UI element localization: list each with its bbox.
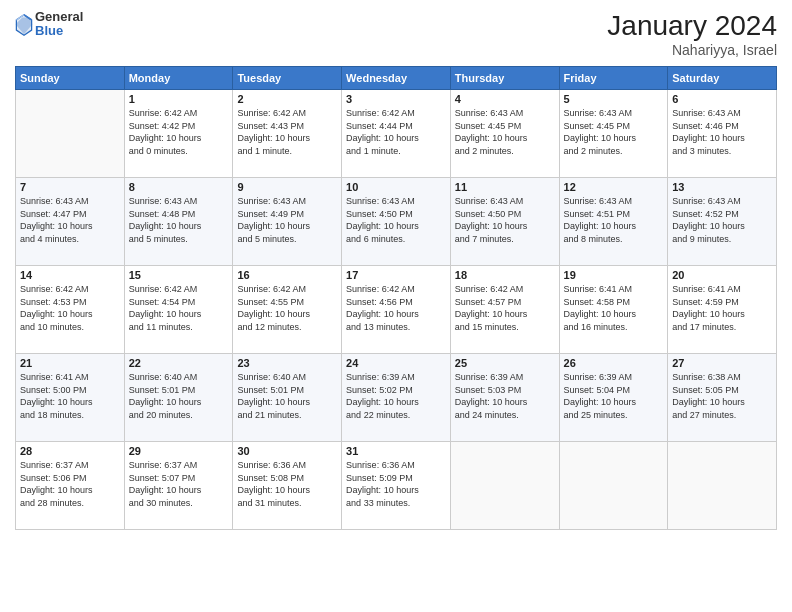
weekday-header-friday: Friday [559, 67, 668, 90]
calendar-table: SundayMondayTuesdayWednesdayThursdayFrid… [15, 66, 777, 530]
day-number: 25 [455, 357, 555, 369]
day-info: Sunrise: 6:41 AMSunset: 4:59 PMDaylight:… [672, 283, 772, 333]
day-number: 24 [346, 357, 446, 369]
month-year-title: January 2024 [607, 10, 777, 42]
day-number: 13 [672, 181, 772, 193]
calendar-cell [668, 442, 777, 530]
day-number: 22 [129, 357, 229, 369]
day-number: 12 [564, 181, 664, 193]
weekday-header-sunday: Sunday [16, 67, 125, 90]
generalblue-logo-icon [15, 14, 33, 36]
day-number: 10 [346, 181, 446, 193]
weekday-header-saturday: Saturday [668, 67, 777, 90]
day-number: 7 [20, 181, 120, 193]
day-number: 29 [129, 445, 229, 457]
day-number: 2 [237, 93, 337, 105]
calendar-cell: 9Sunrise: 6:43 AMSunset: 4:49 PMDaylight… [233, 178, 342, 266]
calendar-cell: 27Sunrise: 6:38 AMSunset: 5:05 PMDayligh… [668, 354, 777, 442]
calendar-cell: 11Sunrise: 6:43 AMSunset: 4:50 PMDayligh… [450, 178, 559, 266]
logo-text: General Blue [35, 10, 83, 39]
day-info: Sunrise: 6:42 AMSunset: 4:54 PMDaylight:… [129, 283, 229, 333]
weekday-header-thursday: Thursday [450, 67, 559, 90]
calendar-cell: 19Sunrise: 6:41 AMSunset: 4:58 PMDayligh… [559, 266, 668, 354]
calendar-cell [559, 442, 668, 530]
day-info: Sunrise: 6:43 AMSunset: 4:48 PMDaylight:… [129, 195, 229, 245]
calendar-cell: 3Sunrise: 6:42 AMSunset: 4:44 PMDaylight… [342, 90, 451, 178]
day-number: 16 [237, 269, 337, 281]
calendar-week-row: 14Sunrise: 6:42 AMSunset: 4:53 PMDayligh… [16, 266, 777, 354]
day-info: Sunrise: 6:38 AMSunset: 5:05 PMDaylight:… [672, 371, 772, 421]
calendar-cell: 24Sunrise: 6:39 AMSunset: 5:02 PMDayligh… [342, 354, 451, 442]
calendar-cell [16, 90, 125, 178]
day-info: Sunrise: 6:36 AMSunset: 5:08 PMDaylight:… [237, 459, 337, 509]
calendar-cell: 10Sunrise: 6:43 AMSunset: 4:50 PMDayligh… [342, 178, 451, 266]
day-info: Sunrise: 6:42 AMSunset: 4:56 PMDaylight:… [346, 283, 446, 333]
calendar-cell: 16Sunrise: 6:42 AMSunset: 4:55 PMDayligh… [233, 266, 342, 354]
day-number: 4 [455, 93, 555, 105]
weekday-header-monday: Monday [124, 67, 233, 90]
location-subtitle: Nahariyya, Israel [607, 42, 777, 58]
day-number: 6 [672, 93, 772, 105]
calendar-cell: 26Sunrise: 6:39 AMSunset: 5:04 PMDayligh… [559, 354, 668, 442]
day-number: 19 [564, 269, 664, 281]
page: General Blue January 2024 Nahariyya, Isr… [0, 0, 792, 612]
title-section: January 2024 Nahariyya, Israel [607, 10, 777, 58]
calendar-header-row: SundayMondayTuesdayWednesdayThursdayFrid… [16, 67, 777, 90]
day-info: Sunrise: 6:42 AMSunset: 4:43 PMDaylight:… [237, 107, 337, 157]
day-number: 27 [672, 357, 772, 369]
calendar-week-row: 21Sunrise: 6:41 AMSunset: 5:00 PMDayligh… [16, 354, 777, 442]
day-info: Sunrise: 6:37 AMSunset: 5:07 PMDaylight:… [129, 459, 229, 509]
day-info: Sunrise: 6:42 AMSunset: 4:55 PMDaylight:… [237, 283, 337, 333]
calendar-cell: 28Sunrise: 6:37 AMSunset: 5:06 PMDayligh… [16, 442, 125, 530]
day-number: 31 [346, 445, 446, 457]
day-info: Sunrise: 6:40 AMSunset: 5:01 PMDaylight:… [237, 371, 337, 421]
calendar-cell: 20Sunrise: 6:41 AMSunset: 4:59 PMDayligh… [668, 266, 777, 354]
day-info: Sunrise: 6:42 AMSunset: 4:57 PMDaylight:… [455, 283, 555, 333]
day-number: 17 [346, 269, 446, 281]
day-number: 14 [20, 269, 120, 281]
day-number: 9 [237, 181, 337, 193]
day-info: Sunrise: 6:39 AMSunset: 5:02 PMDaylight:… [346, 371, 446, 421]
calendar-cell: 8Sunrise: 6:43 AMSunset: 4:48 PMDaylight… [124, 178, 233, 266]
day-info: Sunrise: 6:36 AMSunset: 5:09 PMDaylight:… [346, 459, 446, 509]
day-info: Sunrise: 6:39 AMSunset: 5:03 PMDaylight:… [455, 371, 555, 421]
calendar-cell: 29Sunrise: 6:37 AMSunset: 5:07 PMDayligh… [124, 442, 233, 530]
logo-general-text: General [35, 10, 83, 24]
calendar-cell: 25Sunrise: 6:39 AMSunset: 5:03 PMDayligh… [450, 354, 559, 442]
day-number: 11 [455, 181, 555, 193]
day-info: Sunrise: 6:37 AMSunset: 5:06 PMDaylight:… [20, 459, 120, 509]
day-number: 18 [455, 269, 555, 281]
calendar-cell: 18Sunrise: 6:42 AMSunset: 4:57 PMDayligh… [450, 266, 559, 354]
day-info: Sunrise: 6:43 AMSunset: 4:47 PMDaylight:… [20, 195, 120, 245]
calendar-cell: 13Sunrise: 6:43 AMSunset: 4:52 PMDayligh… [668, 178, 777, 266]
calendar-cell: 30Sunrise: 6:36 AMSunset: 5:08 PMDayligh… [233, 442, 342, 530]
logo-blue-text: Blue [35, 24, 83, 38]
day-number: 21 [20, 357, 120, 369]
day-info: Sunrise: 6:43 AMSunset: 4:51 PMDaylight:… [564, 195, 664, 245]
day-number: 28 [20, 445, 120, 457]
day-info: Sunrise: 6:43 AMSunset: 4:52 PMDaylight:… [672, 195, 772, 245]
day-info: Sunrise: 6:43 AMSunset: 4:45 PMDaylight:… [564, 107, 664, 157]
day-info: Sunrise: 6:41 AMSunset: 4:58 PMDaylight:… [564, 283, 664, 333]
calendar-cell: 22Sunrise: 6:40 AMSunset: 5:01 PMDayligh… [124, 354, 233, 442]
calendar-cell: 2Sunrise: 6:42 AMSunset: 4:43 PMDaylight… [233, 90, 342, 178]
calendar-cell: 14Sunrise: 6:42 AMSunset: 4:53 PMDayligh… [16, 266, 125, 354]
calendar-cell: 31Sunrise: 6:36 AMSunset: 5:09 PMDayligh… [342, 442, 451, 530]
calendar-cell: 12Sunrise: 6:43 AMSunset: 4:51 PMDayligh… [559, 178, 668, 266]
calendar-cell [450, 442, 559, 530]
calendar-cell: 5Sunrise: 6:43 AMSunset: 4:45 PMDaylight… [559, 90, 668, 178]
calendar-cell: 7Sunrise: 6:43 AMSunset: 4:47 PMDaylight… [16, 178, 125, 266]
day-info: Sunrise: 6:41 AMSunset: 5:00 PMDaylight:… [20, 371, 120, 421]
calendar-cell: 15Sunrise: 6:42 AMSunset: 4:54 PMDayligh… [124, 266, 233, 354]
calendar-cell: 4Sunrise: 6:43 AMSunset: 4:45 PMDaylight… [450, 90, 559, 178]
calendar-cell: 17Sunrise: 6:42 AMSunset: 4:56 PMDayligh… [342, 266, 451, 354]
day-info: Sunrise: 6:43 AMSunset: 4:45 PMDaylight:… [455, 107, 555, 157]
day-info: Sunrise: 6:39 AMSunset: 5:04 PMDaylight:… [564, 371, 664, 421]
day-info: Sunrise: 6:43 AMSunset: 4:46 PMDaylight:… [672, 107, 772, 157]
day-info: Sunrise: 6:42 AMSunset: 4:42 PMDaylight:… [129, 107, 229, 157]
day-info: Sunrise: 6:43 AMSunset: 4:49 PMDaylight:… [237, 195, 337, 245]
calendar-week-row: 1Sunrise: 6:42 AMSunset: 4:42 PMDaylight… [16, 90, 777, 178]
logo: General Blue [15, 10, 83, 39]
day-number: 3 [346, 93, 446, 105]
day-info: Sunrise: 6:42 AMSunset: 4:44 PMDaylight:… [346, 107, 446, 157]
